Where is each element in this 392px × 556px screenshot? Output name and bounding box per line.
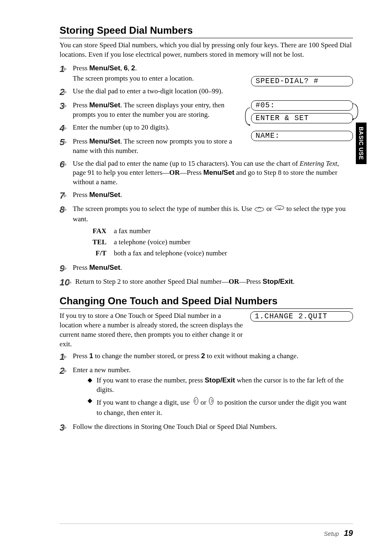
nav-left-icon xyxy=(191,396,199,408)
step-2: 2 Enter a new number. ◆ If you want to e… xyxy=(60,366,353,419)
triangle-icon xyxy=(64,355,67,359)
step-9: 9 Press Menu/Set. xyxy=(60,263,353,274)
key-label: Menu/Set xyxy=(89,137,120,145)
lcd-display: NAME: xyxy=(251,131,353,141)
nav-down-icon xyxy=(274,205,285,215)
step-text: Press xyxy=(73,64,89,72)
lcd-display: ENTER & SET xyxy=(251,113,353,123)
list-item: FAXa fax number xyxy=(89,227,353,236)
key-label: Menu/Set xyxy=(89,191,120,199)
step-6: 6 Use the dial pad to enter the name (up… xyxy=(60,159,353,188)
reference-text: Entering Text xyxy=(300,160,337,167)
footer-rule xyxy=(60,524,353,524)
section-2: Changing One Touch and Speed Dial Number… xyxy=(60,295,353,433)
lcd-column: 1.CHANGE 2.QUIT xyxy=(250,311,353,330)
step-3: 3 Press Menu/Set. The screen displays yo… xyxy=(60,101,246,120)
step-2: 2 Use the dial pad to enter a two-digit … xyxy=(60,87,246,97)
step-number: 3 xyxy=(60,101,73,120)
key-label: Stop/Exit xyxy=(263,278,293,285)
step-text: Press xyxy=(73,191,89,199)
key-label: 1 xyxy=(89,352,93,360)
step-text: to change the number stored, or press xyxy=(93,352,201,360)
triangle-icon xyxy=(64,162,67,167)
step-text: Press xyxy=(73,264,89,271)
step-text: —Press xyxy=(180,169,203,176)
section-intro: If you try to store a One Touch or Speed… xyxy=(60,311,250,349)
steps-area: 1 Press Menu/Set, 6, 2. The screen promp… xyxy=(60,64,353,159)
step-text: Press xyxy=(73,101,89,109)
section-title-changing: Changing One Touch and Speed Dial Number… xyxy=(60,295,353,309)
page-number: 19 xyxy=(344,528,353,537)
bullet-list: ◆ If you want to erase the number, press… xyxy=(88,376,353,418)
step-text: Follow the directions in Storing One Tou… xyxy=(73,422,353,433)
step-number: 9 xyxy=(60,263,73,274)
step-text: . xyxy=(135,64,137,72)
list-item: F/Tboth a fax and telephone (voice) numb… xyxy=(89,249,353,258)
step-8: 8 The screen prompts you to select the t… xyxy=(60,204,353,260)
key-label: Stop/Exit xyxy=(205,376,235,384)
bullet-text: If you want to change a digit, use xyxy=(97,398,191,406)
key-label: Menu/Set xyxy=(89,264,120,271)
page-footer: Setup 19 xyxy=(324,528,353,538)
step-text: Return to Step 2 to store another Speed … xyxy=(75,278,228,285)
triangle-icon xyxy=(64,90,67,94)
def-key: FAX xyxy=(89,227,114,236)
lcd-group: #05: ENTER & SET xyxy=(251,100,353,123)
step-text: . xyxy=(120,264,122,271)
step-number: 1 xyxy=(60,352,73,362)
key-label: 2 xyxy=(131,64,135,72)
step-7: 7 Press Menu/Set. xyxy=(60,190,353,201)
step-text: . xyxy=(293,278,295,285)
steps-column: 1 Press Menu/Set, 6, 2. The screen promp… xyxy=(60,64,246,159)
step-number: 3 xyxy=(60,422,73,433)
lcd-display: 1.CHANGE 2.QUIT xyxy=(250,311,353,322)
lcd-display: SPEED-DIAL? # xyxy=(251,76,353,86)
step-number: 2 xyxy=(60,87,73,97)
list-item: TELa telephone (voice) number xyxy=(89,238,353,247)
key-label: Menu/Set xyxy=(203,169,235,176)
footer-section: Setup xyxy=(324,531,339,537)
def-value: both a fax and telephone (voice) number xyxy=(114,249,353,258)
step-text: to exit without making a change. xyxy=(205,352,298,360)
step-number: 10 xyxy=(60,277,75,288)
step-number: 4 xyxy=(60,123,73,134)
step-number: 7 xyxy=(60,190,73,201)
section-intro: You can store Speed Dial numbers, which … xyxy=(60,41,353,60)
step-1: 1 Press Menu/Set, 6, 2. The screen promp… xyxy=(60,64,246,83)
step-text: Enter the number (up to 20 digits). xyxy=(73,123,246,134)
triangle-icon xyxy=(64,67,67,71)
step-number: 1 xyxy=(60,64,73,83)
triangle-icon xyxy=(64,369,67,373)
lcd-display: #05: xyxy=(251,100,353,111)
page: BASIC USE Storing Speed Dial Numbers You… xyxy=(0,0,392,556)
step-number: 2 xyxy=(60,366,73,419)
step-5: 5 Press Menu/Set. The screen now prompts… xyxy=(60,137,246,156)
list-item: ◆ If you want to erase the number, press… xyxy=(88,376,353,395)
definition-list: FAXa fax number TELa telephone (voice) n… xyxy=(89,227,353,258)
bullet-text: If you want to erase the number, press xyxy=(97,376,205,384)
step-text: or xyxy=(266,205,274,213)
step-subtext: The screen prompts you to enter a locati… xyxy=(73,74,246,83)
def-value: a telephone (voice) number xyxy=(114,238,353,247)
step-text: The screen prompts you to select the typ… xyxy=(73,205,254,213)
def-value: a fax number xyxy=(114,227,353,236)
triangle-icon xyxy=(64,140,67,144)
key-label: Menu/Set xyxy=(89,64,120,72)
diamond-bullet-icon: ◆ xyxy=(88,376,97,395)
step-text: Use the dial pad to enter the name (up t… xyxy=(73,160,300,167)
step-4: 4 Enter the number (up to 20 digits). xyxy=(60,123,246,134)
triangle-icon xyxy=(64,104,67,108)
emphasis: OR xyxy=(228,278,239,285)
step-text: —Press xyxy=(239,278,263,285)
bullet-text: or xyxy=(201,398,208,406)
step-10: 10 Return to Step 2 to store another Spe… xyxy=(60,277,353,288)
def-key: TEL xyxy=(89,238,114,247)
step-number: 6 xyxy=(60,159,73,188)
step-text: Press xyxy=(73,352,89,360)
triangle-icon xyxy=(64,266,67,271)
emphasis: OR xyxy=(169,169,180,176)
step-text: Use the dial pad to enter a two-digit lo… xyxy=(73,87,246,97)
lcd-column: SPEED-DIAL? # #05: ENTER & SET NAME: xyxy=(246,64,353,149)
step-3: 3 Follow the directions in Storing One T… xyxy=(60,422,353,433)
nav-right-icon xyxy=(208,396,216,408)
